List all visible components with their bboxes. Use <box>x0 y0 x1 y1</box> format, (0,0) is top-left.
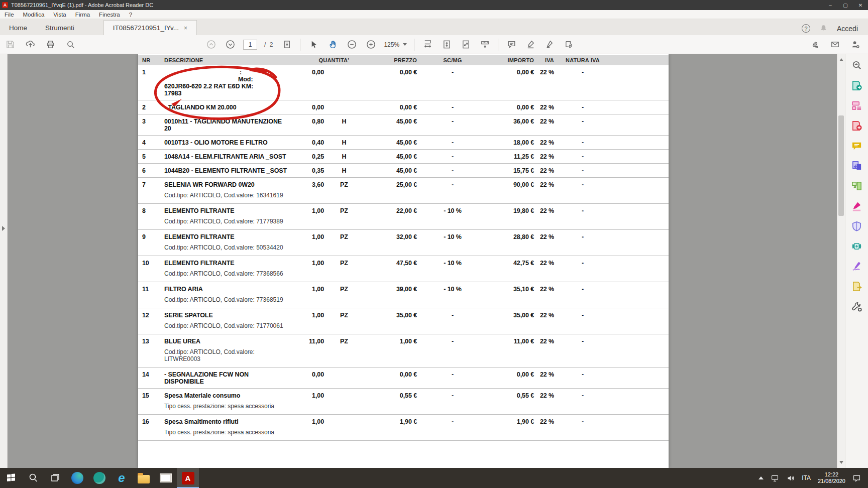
menu-item-modifica[interactable]: Modifica <box>19 12 49 18</box>
comment-tool-icon[interactable] <box>851 140 863 152</box>
hand-tool-icon[interactable] <box>327 39 339 51</box>
file-explorer-icon[interactable] <box>133 468 155 488</box>
document-area[interactable]: NR DESCRIZIONE QUANTITA' PREZZO SC/MG IM… <box>8 54 837 468</box>
cell-scmg: - <box>417 312 488 329</box>
clock[interactable]: 12:22 21/08/2020 <box>818 471 845 484</box>
cell-filler <box>611 153 669 160</box>
highlight-icon[interactable] <box>524 39 536 51</box>
cell-scmg: - <box>417 153 488 160</box>
tab-home[interactable]: Home <box>0 21 36 35</box>
menu-item-vista[interactable]: Vista <box>49 12 70 18</box>
compress-pdf-icon[interactable] <box>851 240 863 252</box>
cell-natura-iva: - <box>554 181 611 199</box>
scroll-down-icon[interactable] <box>839 461 843 464</box>
protect-icon[interactable] <box>851 220 863 232</box>
comment-icon[interactable] <box>505 39 517 51</box>
search-icon[interactable] <box>64 39 76 51</box>
tab-tools[interactable]: Strumenti <box>36 21 83 35</box>
combine-files-icon[interactable] <box>851 180 863 192</box>
task-view-icon[interactable] <box>44 468 66 488</box>
organize-pages-icon[interactable] <box>851 99 863 111</box>
cell-iva: 22 % <box>534 418 554 436</box>
menu-item-[interactable]: ? <box>125 12 137 18</box>
description-sub: Cod.tipo: ARTICOLO, Cod.valore: 77368519 <box>164 296 289 303</box>
print-icon[interactable] <box>44 39 56 51</box>
fit-width-icon[interactable] <box>421 39 433 51</box>
cell-natura-iva: - <box>554 139 611 146</box>
page-down-icon[interactable] <box>224 39 236 51</box>
description-main: 0010h11 - TAGLIANDO MANUTENZIONE 20 <box>164 118 289 132</box>
zoom-out-icon[interactable] <box>346 39 358 51</box>
menu-item-finestra[interactable]: Finestra <box>94 12 125 18</box>
teal-app-icon[interactable] <box>88 468 111 488</box>
acrobat-icon[interactable]: A <box>177 468 199 488</box>
share-link-icon[interactable] <box>809 39 821 51</box>
sign-icon[interactable] <box>544 39 556 51</box>
fill-sign-icon[interactable] <box>851 260 863 272</box>
stamps-icon[interactable] <box>563 39 575 51</box>
minimize-button[interactable]: – <box>823 0 838 10</box>
zoom-in-icon[interactable] <box>365 39 377 51</box>
cell-prezzo: 39,00 € <box>364 286 417 303</box>
scroll-up-icon[interactable] <box>839 58 843 61</box>
save-icon[interactable] <box>4 39 16 51</box>
volume-icon[interactable] <box>786 474 795 482</box>
description-sub: Cod.tipo: ARTICOLO, Cod.valore: 71770061 <box>164 322 289 329</box>
convert-icon[interactable] <box>851 160 863 172</box>
network-icon[interactable] <box>771 474 779 482</box>
tab-document[interactable]: IT08567210951_IYv... × <box>103 20 197 35</box>
description-sub: Cod.tipo: ARTICOLO, Cod.valore: 71779389 <box>164 218 289 225</box>
language-indicator[interactable]: ITA <box>802 474 811 481</box>
menu-item-file[interactable]: File <box>0 12 19 18</box>
export-pdf-icon[interactable] <box>851 79 863 91</box>
vertical-scrollbar[interactable] <box>837 54 845 468</box>
cell-natura-iva: - <box>554 167 611 174</box>
cell-importo: 0,00 € <box>488 69 534 97</box>
zoom-level-select[interactable]: 125% <box>384 41 407 48</box>
page-up-icon[interactable] <box>205 39 217 51</box>
edge-icon[interactable] <box>66 468 88 488</box>
cell-descrizione: SELENIA WR FORWARD 0W20Cod.tipo: ARTICOL… <box>164 181 289 199</box>
page-thumbnail-icon[interactable] <box>281 39 293 51</box>
action-center-icon[interactable] <box>852 474 861 482</box>
taskbar-search-icon[interactable] <box>22 468 44 488</box>
create-pdf-icon[interactable] <box>851 119 863 132</box>
measure-icon[interactable] <box>479 39 491 51</box>
expand-left-panel-icon[interactable] <box>2 226 5 231</box>
fullscreen-icon[interactable] <box>460 39 472 51</box>
tray-chevron-icon[interactable] <box>758 476 764 479</box>
fit-page-icon[interactable] <box>441 39 453 51</box>
left-panel-strip[interactable] <box>0 54 8 468</box>
cell-quantita: 3,60 <box>289 181 324 199</box>
send-comments-icon[interactable] <box>851 280 863 292</box>
start-icon[interactable] <box>0 468 22 488</box>
add-person-icon[interactable] <box>849 39 861 51</box>
select-tool-icon[interactable] <box>307 39 319 51</box>
more-tools-icon[interactable] <box>851 300 863 312</box>
cell-descrizione: :Mod:620JR60-620 2.2 RAT E6D KM:17983 <box>164 69 289 97</box>
page-number-input[interactable]: 1 <box>243 40 257 50</box>
help-icon[interactable]: ? <box>802 24 810 33</box>
mail-icon[interactable] <box>155 468 177 488</box>
cell-quantita: 0,00 <box>289 104 324 111</box>
cell-scmg: - <box>417 118 488 132</box>
sign-in-button[interactable]: Accedi <box>837 25 858 33</box>
cell-prezzo: 35,00 € <box>364 312 417 329</box>
close-button[interactable]: ✕ <box>853 0 868 10</box>
tab-close-icon[interactable]: × <box>184 25 187 32</box>
cloud-upload-icon[interactable] <box>24 39 36 51</box>
cell-iva: 22 % <box>534 181 554 199</box>
marker-pen-icon[interactable] <box>851 200 863 212</box>
menu-item-firma[interactable]: Firma <box>71 12 94 18</box>
main-toolbar: 1 / 2 125% <box>0 35 868 54</box>
cell-nr: 13 <box>138 338 164 362</box>
maximize-button[interactable]: ▢ <box>838 0 853 10</box>
scrollbar-thumb[interactable] <box>838 115 844 216</box>
email-icon[interactable] <box>829 39 841 51</box>
search-tools-icon[interactable] <box>851 59 863 71</box>
table-header-row: NR DESCRIZIONE QUANTITA' PREZZO SC/MG IM… <box>138 55 669 65</box>
internet-explorer-icon[interactable]: e <box>111 468 133 488</box>
cell-nr: 2 <box>138 104 164 111</box>
cell-iva: 22 % <box>534 118 554 132</box>
bell-icon[interactable] <box>819 24 828 33</box>
